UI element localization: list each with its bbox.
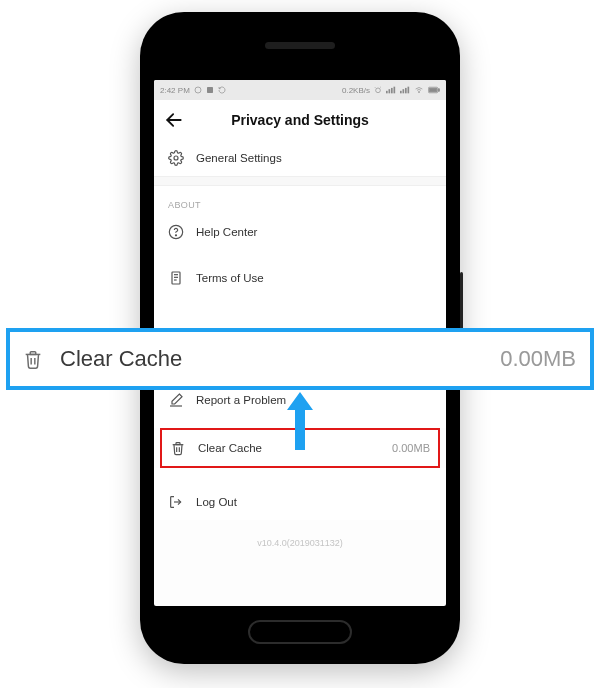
status-indicator-icon xyxy=(194,86,202,94)
version-text: v10.4.0(2019031132) xyxy=(154,520,446,548)
section-header-about: ABOUT xyxy=(154,186,446,214)
status-time: 2:42 PM xyxy=(160,86,190,95)
wifi-icon xyxy=(414,86,424,94)
signal-icon xyxy=(400,86,410,94)
phone-side-button xyxy=(460,272,463,332)
svg-rect-3 xyxy=(386,91,388,94)
row-general-settings[interactable]: General Settings xyxy=(154,140,446,176)
svg-point-11 xyxy=(419,92,420,93)
trash-icon xyxy=(22,348,44,370)
status-bar: 2:42 PM 0.2KB/s xyxy=(154,80,446,100)
header: Privacy and Settings xyxy=(154,100,446,140)
row-label: General Settings xyxy=(196,152,432,164)
svg-rect-1 xyxy=(207,87,213,93)
svg-rect-13 xyxy=(429,88,436,92)
svg-rect-8 xyxy=(403,89,405,93)
row-label: Help Center xyxy=(196,226,432,238)
svg-rect-4 xyxy=(389,89,391,93)
trash-icon xyxy=(170,440,186,456)
signal-icon xyxy=(386,86,396,94)
svg-marker-29 xyxy=(287,392,313,450)
svg-point-16 xyxy=(174,156,178,160)
edit-icon xyxy=(168,392,184,408)
svg-rect-19 xyxy=(172,272,180,284)
row-label: Terms of Use xyxy=(196,272,432,284)
home-button[interactable] xyxy=(248,620,352,644)
svg-rect-6 xyxy=(394,87,396,94)
svg-point-18 xyxy=(175,235,176,236)
svg-point-2 xyxy=(376,88,381,93)
help-icon xyxy=(168,224,184,240)
svg-rect-5 xyxy=(391,88,393,93)
section-divider xyxy=(154,176,446,186)
row-help-center[interactable]: Help Center xyxy=(154,214,446,250)
callout-clear-cache: Clear Cache 0.00MB xyxy=(6,328,594,390)
battery-icon xyxy=(428,86,440,94)
svg-point-0 xyxy=(195,87,201,93)
status-indicator-icon xyxy=(206,86,214,94)
svg-rect-10 xyxy=(408,87,410,94)
row-log-out[interactable]: Log Out xyxy=(154,484,446,520)
refresh-icon xyxy=(218,86,226,94)
status-net: 0.2KB/s xyxy=(342,86,370,95)
row-label: Log Out xyxy=(196,496,432,508)
logout-icon xyxy=(168,494,184,510)
page-title: Privacy and Settings xyxy=(164,112,436,128)
alarm-icon xyxy=(374,86,382,94)
arrow-icon xyxy=(287,392,313,450)
callout-value: 0.00MB xyxy=(500,346,576,372)
svg-rect-9 xyxy=(405,88,407,93)
gear-icon xyxy=(168,150,184,166)
svg-rect-14 xyxy=(438,89,439,92)
phone-speaker xyxy=(265,42,335,49)
document-icon xyxy=(168,270,184,286)
row-terms-of-use[interactable]: Terms of Use xyxy=(154,260,446,296)
callout-label: Clear Cache xyxy=(60,346,500,372)
row-label: Report a Problem xyxy=(196,394,432,406)
svg-rect-7 xyxy=(400,91,402,94)
cache-size-value: 0.00MB xyxy=(392,442,430,454)
